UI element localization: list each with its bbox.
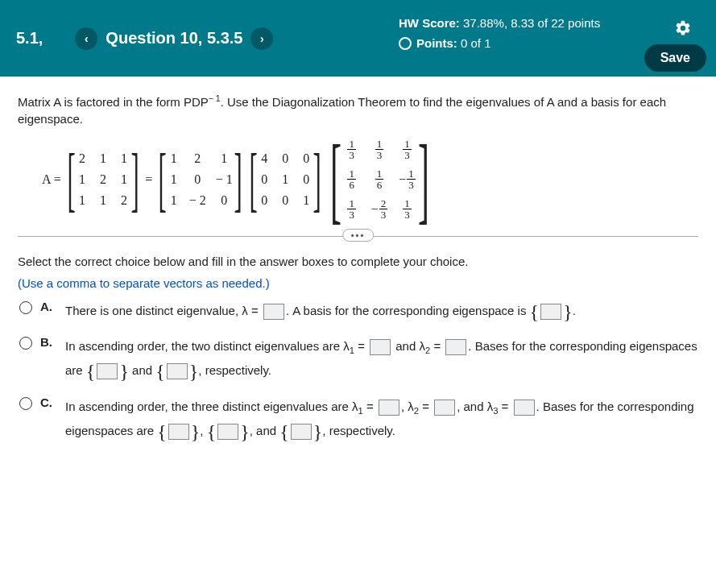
hw-score-value: 37.88%, 8.33 of 22 points [463, 16, 600, 30]
points-label: Points: [416, 36, 457, 50]
matrix-D: [ 400010001 ] [248, 151, 323, 208]
choices-list: A. There is one distinct eigenvalue, λ =… [19, 300, 698, 443]
input-A-lambda[interactable] [263, 304, 284, 320]
choice-A-text: There is one distinct eigenvalue, λ = . … [65, 300, 576, 323]
next-question-button[interactable]: › [250, 27, 273, 50]
choice-C: C. In ascending order, the three distinc… [19, 395, 698, 443]
choice-hint: (Use a comma to separate vectors as need… [18, 276, 698, 290]
prev-question-button[interactable]: ‹ [75, 27, 97, 50]
input-B-basis1[interactable] [97, 363, 118, 379]
matrix-P: [ 12110− 11− 20 ] [157, 151, 243, 208]
choice-B: B. In ascending order, the two distinct … [19, 335, 698, 383]
input-C-lambda1[interactable] [379, 400, 399, 416]
choice-C-label: C. [40, 395, 52, 409]
input-B-lambda2[interactable] [445, 339, 466, 355]
input-A-basis[interactable] [540, 304, 561, 320]
breadcrumb: 5.1, [16, 29, 43, 48]
input-C-lambda3[interactable] [514, 400, 535, 416]
radio-B[interactable] [19, 337, 32, 350]
input-C-basis3[interactable] [291, 424, 312, 440]
choice-C-text: In ascending order, the three distinct e… [65, 395, 698, 443]
problem-instruction: Matrix A is factored in the form PDP− 1.… [18, 93, 698, 127]
radio-C[interactable] [19, 397, 32, 410]
expand-button[interactable]: ••• [342, 229, 375, 242]
choice-B-text: In ascending order, the two distinct eig… [65, 335, 698, 383]
save-button[interactable]: Save [644, 44, 706, 72]
gear-icon [674, 19, 692, 37]
hw-score-label: HW Score: [399, 16, 460, 30]
matrix-equation: A = [ 211121112 ] = [ 12110− 11− 20 ] [ … [42, 139, 698, 220]
choice-A-label: A. [40, 300, 52, 313]
points-status-icon [399, 37, 412, 50]
choice-prompt: Select the correct choice below and fill… [18, 253, 698, 271]
choice-B-label: B. [40, 335, 52, 349]
content-area: Matrix A is factored in the form PDP− 1.… [0, 77, 716, 472]
header-bar: 5.1, ‹ Question 10, 5.3.5 › HW Score: 37… [0, 0, 716, 77]
settings-button[interactable] [674, 19, 692, 40]
input-C-basis1[interactable] [168, 424, 189, 440]
matrix-P-inverse: [ 1313131616−1313−2313 ] [328, 139, 432, 220]
input-C-basis2[interactable] [217, 424, 238, 440]
question-title: Question 10, 5.3.5 [106, 29, 242, 48]
choice-A: A. There is one distinct eigenvalue, λ =… [19, 300, 698, 323]
question-nav: ‹ Question 10, 5.3.5 › [75, 27, 273, 50]
input-C-lambda2[interactable] [434, 400, 455, 416]
input-B-lambda1[interactable] [370, 339, 391, 355]
input-B-basis2[interactable] [167, 363, 188, 379]
radio-A[interactable] [19, 301, 32, 314]
score-block: HW Score: 37.88%, 8.33 of 22 points Poin… [399, 14, 600, 52]
points-value: 0 of 1 [461, 36, 491, 50]
matrix-A: [ 211121112 ] [66, 151, 141, 208]
